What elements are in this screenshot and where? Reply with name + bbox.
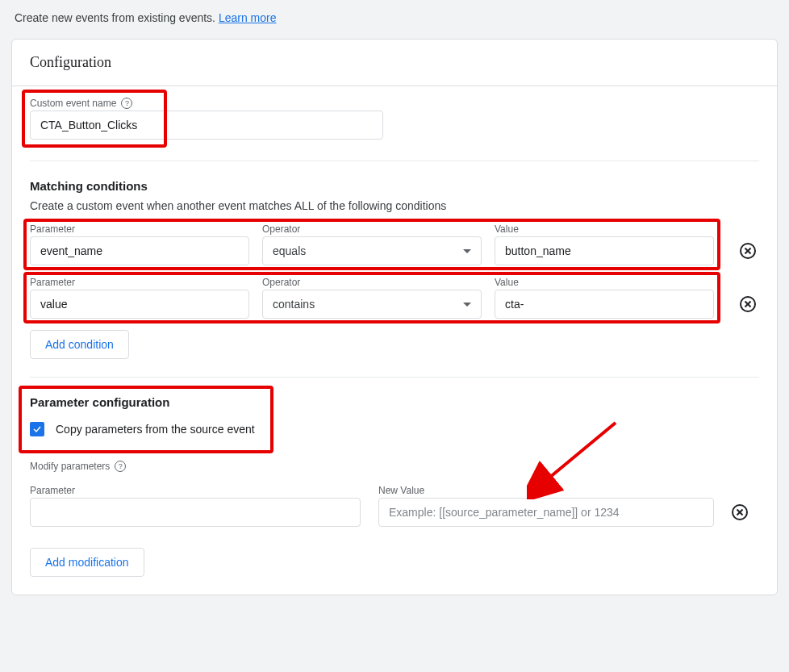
add-condition-button[interactable]: Add condition	[30, 330, 129, 359]
help-icon[interactable]: ?	[121, 98, 132, 109]
condition-value-input[interactable]	[495, 236, 714, 265]
add-modification-button[interactable]: Add modification	[30, 548, 144, 577]
custom-event-input[interactable]	[30, 111, 383, 140]
condition-parameter-input[interactable]	[30, 290, 249, 319]
check-icon	[32, 424, 42, 434]
remove-condition-button[interactable]	[737, 293, 759, 315]
condition-operator-select[interactable]: contains	[262, 290, 482, 319]
chevron-down-icon	[463, 249, 471, 253]
param-label: Parameter	[30, 223, 249, 235]
param-config-title: Parameter configuration	[30, 395, 272, 409]
learn-more-link[interactable]: Learn more	[219, 11, 277, 24]
param-label: Parameter	[30, 277, 249, 288]
custom-event-label: Custom event name ?	[30, 98, 383, 109]
svg-line-0	[545, 423, 616, 482]
condition-operator-select[interactable]: equals	[262, 236, 482, 265]
condition-parameter-input[interactable]	[30, 236, 249, 265]
close-circle-icon	[740, 243, 756, 259]
modify-param-label: Parameter	[30, 485, 361, 496]
condition-value-input[interactable]	[495, 290, 714, 319]
card-title: Configuration	[12, 40, 777, 86]
value-label: Value	[495, 277, 714, 288]
close-circle-icon	[740, 296, 756, 312]
remove-condition-button[interactable]	[737, 240, 759, 262]
copy-params-label: Copy parameters from the source event	[56, 423, 255, 436]
matching-subtitle: Create a custom event when another event…	[30, 199, 759, 212]
modify-newvalue-label: New Value	[378, 485, 714, 496]
config-card: Configuration Custom event name ? Matchi…	[11, 39, 778, 595]
banner: Create new events from existing events. …	[11, 0, 778, 39]
copy-params-checkbox[interactable]	[30, 422, 44, 436]
modify-parameter-input[interactable]	[30, 498, 361, 527]
help-icon[interactable]: ?	[115, 461, 126, 472]
matching-title: Matching conditions	[30, 179, 759, 193]
chevron-down-icon	[463, 303, 471, 307]
operator-label: Operator	[262, 277, 482, 288]
operator-label: Operator	[262, 223, 482, 235]
modify-title: Modify parameters ?	[30, 461, 759, 472]
close-circle-icon	[732, 504, 748, 520]
modify-newvalue-input[interactable]	[378, 498, 714, 527]
banner-text: Create new events from existing events.	[15, 11, 215, 24]
remove-modification-button[interactable]	[728, 501, 751, 524]
value-label: Value	[495, 223, 714, 235]
